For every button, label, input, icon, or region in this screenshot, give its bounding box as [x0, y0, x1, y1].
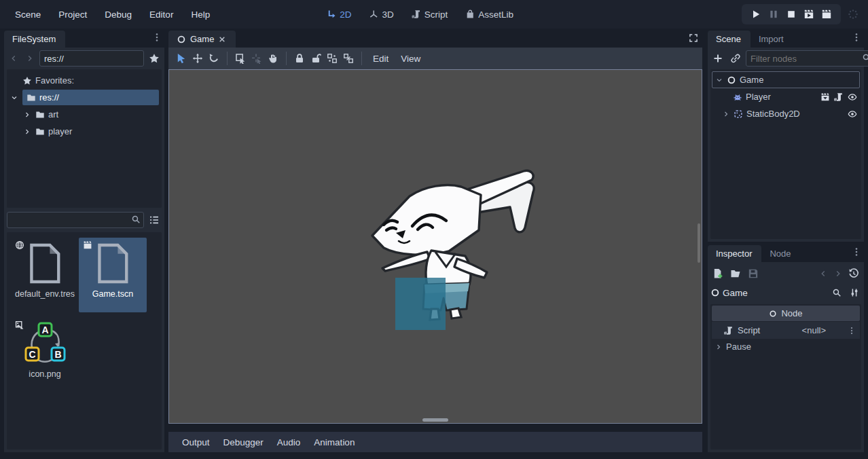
menu-project[interactable]: Project [52, 7, 94, 22]
right-dock: Scene Import Game [708, 30, 864, 452]
movie-badge-icon [83, 240, 92, 250]
bottom-panel-tabs: Output Debugger Audio Animation [168, 432, 702, 452]
file-item-default-env[interactable]: default_env.tres [11, 238, 79, 312]
snap-tool-button[interactable] [249, 51, 264, 66]
folder-icon [35, 110, 45, 120]
pause-button[interactable] [766, 7, 781, 22]
history-next-button[interactable] [831, 267, 845, 280]
tab-import[interactable]: Import [751, 31, 793, 48]
inspector-menu-dots-icon[interactable] [852, 247, 861, 257]
menu-scene[interactable]: Scene [8, 7, 48, 22]
tree-item-favorites[interactable]: Favorites: [7, 72, 162, 89]
node-label: Player [746, 92, 771, 102]
tree-item-art[interactable]: art [7, 106, 162, 123]
scene-node-staticbody2d[interactable]: StaticBody2D [712, 105, 860, 122]
star-icon [22, 76, 32, 86]
move-tool-button[interactable] [190, 51, 205, 66]
list-select-tool-button[interactable] [233, 51, 248, 66]
tab-animation[interactable]: Animation [308, 435, 360, 450]
group-pause[interactable]: Pause [712, 339, 860, 354]
view-menu[interactable]: View [395, 51, 426, 67]
add-node-button[interactable] [710, 51, 725, 66]
scene-node-player[interactable]: Player [712, 88, 860, 105]
scene-menu-dots-icon[interactable] [852, 33, 861, 42]
tree-item-player[interactable]: player [7, 123, 162, 140]
workspace-assetlib-button[interactable]: AssetLib [460, 7, 519, 22]
file-name: icon.png [29, 369, 60, 390]
close-tab-icon[interactable] [218, 35, 226, 43]
lock-button[interactable] [292, 51, 307, 66]
filter-nodes-input[interactable] [746, 50, 868, 67]
pan-tool-button[interactable] [266, 51, 281, 66]
property-options-dots-icon[interactable] [848, 327, 856, 335]
chevron-right-icon[interactable] [22, 128, 32, 136]
scene-tab-game[interactable]: Game [168, 31, 236, 48]
2d-canvas[interactable] [168, 69, 702, 424]
collision-shape-rect[interactable] [395, 278, 446, 330]
chevron-down-icon[interactable] [10, 94, 19, 102]
manage-object-properties-button[interactable] [848, 286, 861, 299]
expand-viewport-icon[interactable] [689, 33, 698, 43]
script-attached-icon[interactable] [834, 92, 844, 102]
path-input[interactable] [39, 50, 144, 67]
chevron-down-icon[interactable] [715, 76, 723, 84]
chevron-right-icon[interactable] [22, 111, 32, 119]
menu-help[interactable]: Help [184, 7, 217, 22]
tab-scene[interactable]: Scene [708, 31, 751, 48]
save-resource-button[interactable] [746, 266, 761, 281]
file-search-input[interactable] [7, 212, 144, 228]
node-label: Game [740, 75, 763, 85]
godot-editor-window: { "menubar": { "menus": ["Scene", "Proje… [0, 0, 868, 459]
tree-label: art [48, 109, 58, 120]
chevron-right-icon[interactable] [722, 110, 730, 118]
tab-node[interactable]: Node [761, 245, 800, 262]
favorite-toggle-star-icon[interactable] [147, 51, 162, 66]
workspace-script-button[interactable]: Script [406, 7, 454, 22]
search-properties-button[interactable] [830, 286, 844, 299]
history-prev-button[interactable] [816, 267, 830, 280]
filesystem-dock: FileSystem Favorites: res:// [4, 30, 164, 452]
filesystem-menu-dots-icon[interactable] [152, 33, 162, 42]
canvas-vertical-scrollbar[interactable] [698, 223, 700, 263]
scene-node-game[interactable]: Game [712, 71, 860, 88]
new-resource-button[interactable] [710, 266, 725, 281]
section-node[interactable]: Node [712, 306, 860, 321]
file-grid: default_env.tres Game.tscn [7, 232, 162, 449]
object-history-button[interactable] [846, 266, 861, 281]
group-button[interactable] [325, 51, 340, 66]
tab-filesystem[interactable]: FileSystem [4, 31, 65, 48]
bottom-panel-resize-handle[interactable] [422, 418, 448, 422]
ungroup-button[interactable] [341, 51, 356, 66]
history-forward-button[interactable] [23, 52, 37, 65]
property-script[interactable]: Script <null> [712, 322, 860, 339]
tab-audio[interactable]: Audio [272, 435, 306, 450]
menu-debug[interactable]: Debug [98, 7, 139, 22]
play-button[interactable] [748, 7, 763, 22]
property-value[interactable]: <null> [802, 325, 826, 335]
select-tool-button[interactable] [174, 51, 189, 66]
file-item-game-tscn[interactable]: Game.tscn [79, 238, 147, 312]
rotate-tool-button[interactable] [206, 51, 221, 66]
tab-inspector[interactable]: Inspector [708, 245, 761, 262]
history-back-button[interactable] [7, 52, 20, 65]
unlock-button[interactable] [308, 51, 323, 66]
load-resource-folder-button[interactable] [728, 266, 743, 281]
workspace-assetlib-label: AssetLib [478, 10, 513, 20]
play-scene-button[interactable] [801, 7, 816, 22]
file-list-view-toggle-button[interactable] [147, 213, 162, 227]
workspace-3d-button[interactable]: 3D [363, 7, 399, 22]
file-item-icon-png[interactable]: A C B icon.png [11, 318, 79, 392]
update-spinner-icon [848, 9, 858, 20]
edit-menu[interactable]: Edit [367, 51, 394, 67]
tab-debugger[interactable]: Debugger [218, 435, 269, 450]
menu-editor[interactable]: Editor [143, 7, 180, 22]
open-instanced-scene-icon[interactable] [820, 92, 830, 102]
tab-output[interactable]: Output [177, 435, 215, 450]
stop-button[interactable] [784, 7, 799, 22]
visibility-eye-icon[interactable] [848, 92, 857, 102]
visibility-eye-icon[interactable] [848, 109, 857, 119]
play-custom-scene-button[interactable] [819, 7, 834, 22]
instance-scene-link-button[interactable] [728, 51, 743, 66]
workspace-2d-button[interactable]: 2D [321, 7, 357, 22]
tree-item-res-root[interactable]: res:// [7, 89, 162, 106]
